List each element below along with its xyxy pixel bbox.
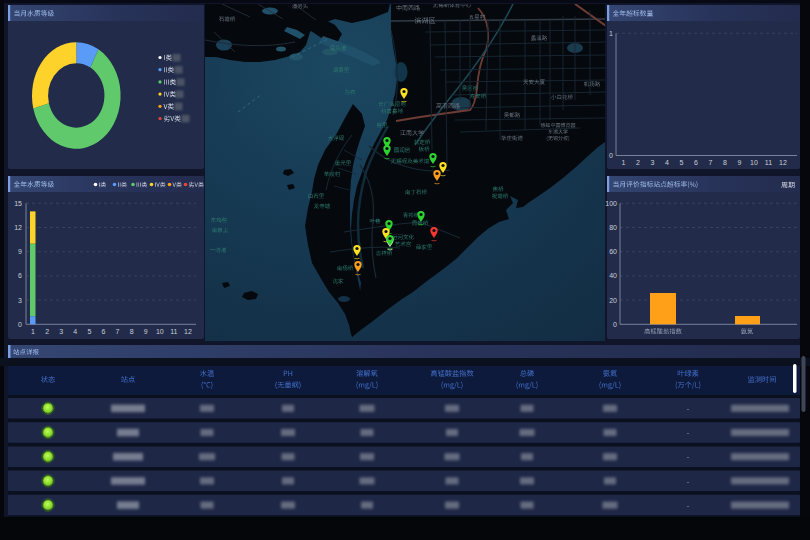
- svg-text:6: 6: [694, 159, 698, 166]
- svg-text:3: 3: [59, 328, 63, 335]
- svg-text:7: 7: [116, 328, 120, 335]
- svg-text:10: 10: [750, 159, 758, 166]
- svg-text:4: 4: [73, 328, 77, 335]
- svg-text:9: 9: [738, 159, 742, 166]
- svg-text:12: 12: [779, 159, 787, 166]
- svg-text:3: 3: [18, 297, 22, 304]
- svg-text:8: 8: [723, 159, 727, 166]
- svg-text:6: 6: [101, 328, 105, 335]
- svg-text:12: 12: [14, 224, 22, 231]
- svg-text:40: 40: [609, 272, 617, 279]
- svg-text:11: 11: [170, 328, 177, 335]
- svg-text:0: 0: [609, 152, 613, 159]
- svg-text:9: 9: [18, 248, 22, 255]
- svg-text:2: 2: [636, 159, 640, 166]
- svg-text:10: 10: [156, 328, 164, 335]
- svg-text:11: 11: [765, 159, 772, 166]
- svg-text:3: 3: [651, 159, 655, 166]
- svg-text:60: 60: [609, 248, 617, 255]
- svg-text:4: 4: [665, 159, 669, 166]
- svg-text:12: 12: [184, 328, 192, 335]
- svg-text:0: 0: [613, 321, 617, 328]
- svg-text:15: 15: [14, 200, 22, 207]
- svg-text:1: 1: [622, 159, 626, 166]
- svg-text:5: 5: [87, 328, 91, 335]
- svg-text:80: 80: [609, 224, 617, 231]
- svg-text:0: 0: [18, 321, 22, 328]
- svg-text:1: 1: [31, 328, 35, 335]
- svg-text:20: 20: [609, 297, 617, 304]
- svg-text:8: 8: [130, 328, 134, 335]
- svg-text:1: 1: [609, 30, 613, 37]
- svg-text:7: 7: [709, 159, 713, 166]
- svg-text:6: 6: [18, 272, 22, 279]
- svg-text:100: 100: [605, 200, 617, 207]
- svg-text:2: 2: [45, 328, 49, 335]
- svg-text:5: 5: [680, 159, 684, 166]
- svg-text:9: 9: [144, 328, 148, 335]
